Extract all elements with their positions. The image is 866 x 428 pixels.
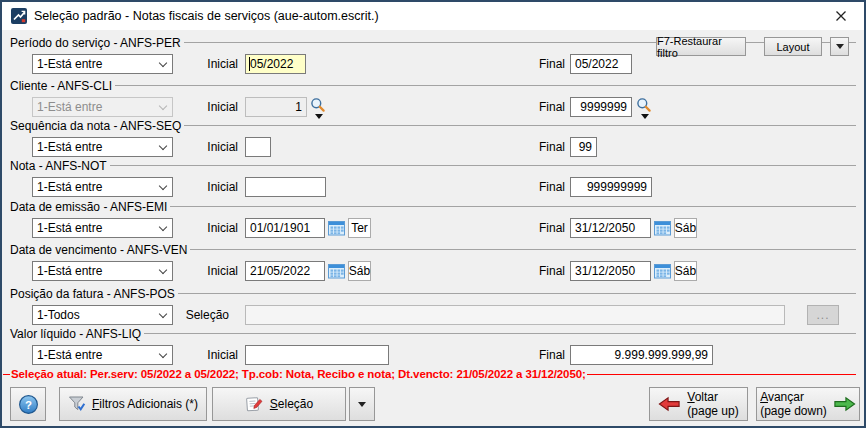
calendar-icon[interactable] — [654, 220, 671, 236]
help-button[interactable]: ? — [10, 387, 46, 421]
operator-value: 1-Todos — [37, 308, 80, 322]
filter-group-cliente: Cliente - ANFS-CLI 1-Está entre Inicial … — [2, 78, 864, 118]
cliente-final-input[interactable] — [570, 97, 632, 117]
forward-sublabel: (page down) — [760, 404, 827, 418]
back-label: Voltar — [687, 390, 718, 404]
operator-value: 1-Está entre — [37, 221, 102, 235]
final-label: Final — [479, 348, 565, 362]
inicial-label: Inicial — [152, 264, 238, 278]
chevron-down-icon — [836, 44, 844, 49]
app-icon — [11, 8, 27, 24]
lookup-magnifier-icon[interactable] — [310, 97, 326, 113]
funnel-icon — [68, 396, 86, 412]
selection-button[interactable]: Seleção — [212, 387, 346, 421]
group-label: Valor líquido - ANFS-LIQ — [10, 327, 141, 341]
group-divider — [110, 165, 856, 166]
calendar-icon[interactable] — [328, 263, 345, 279]
group-divider — [115, 85, 856, 86]
group-label: Data de vencimento - ANFS-VEN — [10, 243, 187, 257]
nota-inicial-input[interactable] — [245, 177, 326, 197]
operator-value: 1-Está entre — [37, 100, 102, 114]
filter-group-valor-liquido: Valor líquido - ANFS-LIQ 1-Está entre In… — [2, 326, 864, 366]
periodo-inicial-input[interactable] — [245, 54, 306, 74]
filter-group-sequencia: Sequência da nota - ANFS-SEQ 1-Está entr… — [2, 118, 864, 158]
nota-final-input[interactable] — [570, 177, 652, 197]
operator-value: 1-Está entre — [37, 180, 102, 194]
group-divider — [184, 42, 856, 43]
close-button[interactable] — [826, 5, 856, 27]
vencimento-inicial-input[interactable] — [245, 261, 325, 281]
filter-group-nota: Nota - ANFS-NOT 1-Está entre Inicial Fin… — [2, 158, 864, 198]
group-divider — [144, 333, 856, 334]
status-text: Seleção atual: Per.serv: 05/2022 a 05/20… — [10, 368, 587, 380]
red-arrow-left-icon — [658, 395, 681, 413]
inicial-label: Inicial — [152, 348, 238, 362]
filter-group-periodo-servico: Período do serviço - ANFS-PER F7-Restaur… — [2, 35, 864, 75]
operator-value: 1-Está entre — [37, 264, 102, 278]
selecao-label: Seleção — [143, 308, 229, 322]
group-label: Posição da fatura - ANFS-POS — [10, 287, 175, 301]
filter-group-data-vencimento: Data de vencimento - ANFS-VEN 1-Está ent… — [2, 242, 864, 282]
final-label: Final — [479, 100, 565, 114]
status-line-rule — [587, 374, 856, 375]
forward-label: Avançar — [760, 390, 804, 404]
filter-group-data-emissao: Data de emissão - ANFS-EMI 1-Está entre … — [2, 199, 864, 239]
final-label: Final — [479, 57, 565, 71]
group-label: Cliente - ANFS-CLI — [10, 79, 112, 93]
inicial-label: Inicial — [152, 57, 238, 71]
calendar-icon[interactable] — [654, 263, 671, 279]
text-caret — [249, 57, 250, 71]
inicial-label: Inicial — [152, 140, 238, 154]
sequencia-final-input[interactable] — [570, 137, 597, 157]
chevron-down-icon — [358, 402, 366, 407]
notepad-pencil-icon — [245, 396, 263, 413]
inicial-label: Inicial — [152, 100, 238, 114]
operator-value: 1-Está entre — [37, 348, 102, 362]
sequencia-inicial-input[interactable] — [245, 137, 271, 157]
window-title: Seleção padrão - Notas fiscais de serviç… — [34, 9, 379, 23]
footer-toolbar: ? Filtros Adicionais (*) Seleção — [2, 386, 864, 422]
lookup-magnifier-icon[interactable] — [636, 97, 652, 113]
calendar-icon[interactable] — [328, 220, 345, 236]
weekday-box: Sáb — [348, 261, 371, 281]
weekday-box: Ter — [348, 218, 371, 238]
group-label: Nota - ANFS-NOT — [10, 159, 107, 173]
emissao-inicial-input[interactable] — [245, 218, 325, 238]
vencimento-final-input[interactable] — [570, 261, 651, 281]
group-divider — [184, 125, 856, 126]
selection-label: Seleção — [270, 397, 313, 411]
final-label: Final — [479, 180, 565, 194]
filter-form: Período do serviço - ANFS-PER F7-Restaur… — [2, 30, 864, 426]
additional-filters-button[interactable]: Filtros Adicionais (*) — [59, 387, 207, 421]
close-icon — [834, 9, 848, 23]
valor-inicial-input[interactable] — [245, 345, 389, 365]
back-sublabel: (page up) — [687, 404, 738, 418]
selection-dropdown-button[interactable] — [349, 387, 375, 421]
emissao-final-input[interactable] — [570, 218, 651, 238]
group-label: Data de emissão - ANFS-EMI — [10, 200, 167, 214]
cliente-inicial-input — [245, 97, 307, 117]
current-selection-status: Seleção atual: Per.serv: 05/2022 a 05/20… — [2, 366, 856, 382]
final-label: Final — [479, 264, 565, 278]
forward-page-down-button[interactable]: Avançar (page down) — [756, 387, 860, 421]
periodo-final-input[interactable] — [570, 54, 632, 74]
valor-final-input[interactable] — [570, 345, 713, 365]
group-label: Período do serviço - ANFS-PER — [10, 36, 181, 50]
svg-text:?: ? — [25, 398, 32, 410]
final-label: Final — [479, 221, 565, 235]
final-label: Final — [479, 140, 565, 154]
operator-value: 1-Está entre — [37, 57, 102, 71]
help-icon: ? — [18, 394, 39, 415]
group-label: Sequência da nota - ANFS-SEQ — [10, 119, 181, 133]
operator-value: 1-Está entre — [37, 140, 102, 154]
back-page-up-button[interactable]: Voltar (page up) — [649, 387, 748, 421]
weekday-box: Sáb — [674, 218, 697, 238]
inicial-label: Inicial — [152, 180, 238, 194]
posicao-selecao-input — [245, 305, 785, 325]
group-divider — [170, 206, 856, 207]
browse-button: ... — [807, 305, 839, 325]
group-divider — [190, 249, 856, 250]
inicial-label: Inicial — [152, 221, 238, 235]
dialog-window: Seleção padrão - Notas fiscais de serviç… — [0, 0, 866, 428]
green-arrow-right-icon — [833, 395, 856, 413]
